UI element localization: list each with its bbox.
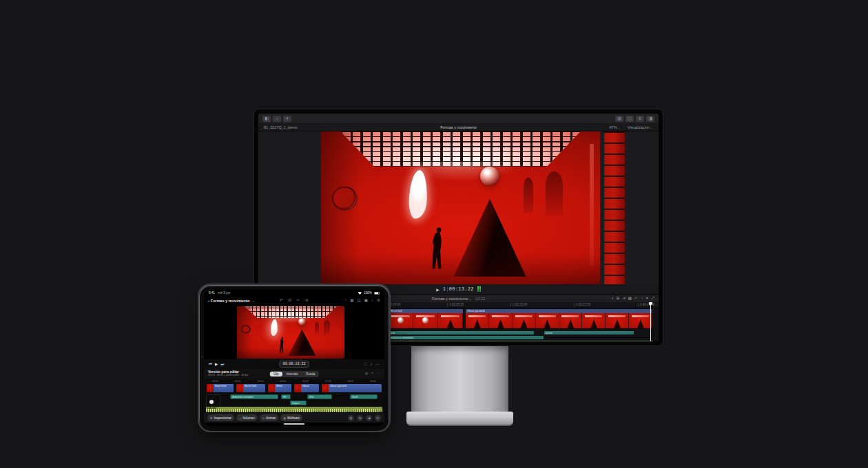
video-clip[interactable]: Metal — [267, 383, 292, 393]
browser-layout-icon[interactable]: ▥ — [615, 116, 623, 122]
mode-clip[interactable]: Clip — [270, 372, 282, 376]
play-icon[interactable]: ▶ — [436, 287, 440, 292]
prev-frame-icon[interactable]: ⏮ — [209, 362, 212, 367]
connected-clip-placeholder[interactable] — [206, 394, 220, 408]
timeline-tools: ⌖ ⊞ ⇥ ▦ ✂ ◔ ✦ ⤢ — [612, 296, 654, 301]
volume-button[interactable]: ◁Volumen — [236, 414, 258, 421]
effects-icon[interactable]: ✦ — [645, 296, 649, 301]
next-frame-icon[interactable]: ⏭ — [220, 362, 224, 367]
video-clip[interactable]: Glass pyramid — [465, 308, 653, 329]
fcp-infobar: 81_0017Q_1_demo Formas y movimiento 47%⌄… — [258, 123, 659, 131]
front-camera — [201, 356, 203, 358]
mode-wheel[interactable]: Rueda — [302, 372, 318, 376]
split-view-icon[interactable]: ◫ — [358, 298, 361, 303]
retime-icon[interactable]: ◔ — [641, 296, 643, 301]
fcp-viewer — [258, 131, 659, 284]
fullscreen-icon[interactable]: ⛶ — [364, 362, 367, 367]
zoom-fit-icon[interactable]: ⤢ — [652, 296, 654, 301]
video-clip[interactable]: Glass — [293, 383, 320, 393]
toolbar-right-group: ▥ ▢ ≡ ◨ — [615, 116, 654, 122]
ipad-status-bar: 9:41 mié 5 jun 100% — [204, 290, 384, 296]
viewer-zoom-menu[interactable]: 47%⌄ — [610, 125, 621, 129]
snap-magnet-icon[interactable]: ◎ — [365, 371, 368, 376]
audio-clip[interactable]: Swell — [350, 394, 378, 399]
video-clip[interactable]: Mirror ball — [236, 383, 266, 393]
loop-icon[interactable]: ↻ — [375, 415, 381, 421]
zoom-icon[interactable]: ⌕ — [371, 298, 373, 303]
audio-clip[interactable]: Ambience transition — [230, 394, 278, 399]
audio-clip[interactable]: Amb — [388, 331, 534, 334]
jog-wheel-icon[interactable]: ⌗ — [371, 371, 373, 376]
trash-icon[interactable]: 🗑 — [348, 415, 354, 421]
media-icon[interactable]: ▣ — [364, 298, 368, 303]
inspector-icon[interactable]: ◨ — [646, 116, 654, 122]
import-icon[interactable]: ↓ — [273, 116, 281, 122]
timer-icon[interactable]: ◔ — [344, 298, 347, 303]
settings-icon[interactable]: ⚙ — [377, 298, 380, 303]
duplicate-icon[interactable]: ⧉ — [357, 415, 363, 421]
music-clip[interactable] — [388, 341, 653, 341]
ipad-bottom-toolbar: ☰Inspeccionar ◁Volumen ✦Animar ▦Multicam… — [204, 413, 384, 423]
monitor-stand-base — [406, 412, 513, 426]
video-clip[interactable]: Glass pyramid — [321, 383, 382, 393]
append-icon[interactable]: ⇥ — [622, 296, 626, 301]
scene: ◧ ↓ ✦ ▥ ▢ ≡ ◨ 81_0017Q_1_demo Formas y m… — [0, 0, 868, 468]
ipad-viewer — [204, 305, 384, 359]
vignette — [237, 306, 344, 359]
mode-range[interactable]: Intervalo — [283, 372, 302, 376]
audio-meters[interactable] — [477, 286, 481, 292]
zoom-icon[interactable]: ⌕ — [370, 362, 372, 367]
tools-icon[interactable]: ✂ — [634, 296, 638, 301]
grid-icon: ▦ — [283, 416, 286, 420]
cut-icon[interactable]: ✂ — [297, 298, 300, 303]
audio-clip[interactable]: Ambience transition — [388, 336, 544, 339]
ruler-tick: 1:00:05:00 — [447, 303, 464, 306]
wand-icon: ✦ — [262, 416, 265, 420]
ruler-tick: 10:00 — [302, 380, 309, 383]
delete-icon[interactable]: ⊘ — [305, 298, 309, 303]
home-indicator[interactable] — [284, 423, 304, 425]
wifi-icon — [358, 292, 362, 295]
battery-icon — [374, 292, 380, 295]
timeline-project-menu[interactable]: Formas y movimiento⌄ — [432, 297, 472, 301]
index-icon[interactable]: ≡ — [636, 116, 644, 122]
music-clip[interactable]: Lab day — [206, 407, 382, 412]
timeline-duration: 13:22 — [475, 297, 485, 301]
undo-icon[interactable]: ↶ — [280, 298, 283, 303]
inspect-button[interactable]: ☰Inspeccionar — [207, 414, 234, 421]
viewer-layout-icon[interactable]: ▢ — [626, 116, 634, 122]
more-icon[interactable]: ⋯ — [377, 371, 380, 376]
ruler-tick: 02:00 — [212, 380, 218, 383]
ipad-playback-row: ⏮ ▶ ⏭ 00:00:13:22 ⛶ ⌕ ⋯ — [204, 359, 384, 369]
mute-icon[interactable]: ◀ — [366, 415, 372, 421]
play-icon[interactable]: ▶ — [215, 362, 218, 367]
insert-icon[interactable]: ⊞ — [617, 296, 620, 301]
ipad-timecode: 00:00:13:22 — [279, 361, 309, 368]
overwrite-icon[interactable]: ▦ — [628, 296, 632, 301]
multicam-button[interactable]: ▦Multicam — [280, 414, 302, 421]
browser-filmstrip[interactable] — [604, 131, 625, 284]
ipad-viewer-video — [237, 306, 344, 359]
viewer-view-menu[interactable]: Visualización⌄ — [628, 125, 653, 129]
more-icon[interactable]: ⋯ — [376, 362, 380, 367]
sidebar-icon[interactable]: ◧ — [262, 116, 271, 122]
clip-thumbnail — [294, 384, 301, 392]
animate-button[interactable]: ✦Animar — [260, 414, 279, 421]
ruler-tick: 1:00:10:00 — [510, 303, 527, 306]
playhead[interactable] — [650, 302, 651, 341]
nav-right-icons: ◔ ▦ ◫ ▣ ⌕ ⚙ — [344, 298, 380, 303]
copy-icon[interactable]: ⧉ — [289, 298, 291, 303]
video-clip[interactable]: Red room — [206, 383, 234, 393]
keywords-icon[interactable]: ✦ — [283, 116, 291, 122]
speaker-icon: ◁ — [239, 416, 241, 420]
audio-clip[interactable]: Impact — [290, 401, 307, 405]
viewer-timecode: 1:00:13:22 — [443, 286, 474, 292]
viewer-video — [321, 131, 600, 284]
video-clip[interactable]: Mirror ball — [388, 308, 464, 329]
status-time: 9:41 — [209, 291, 215, 295]
audio-clip[interactable]: Rise — [307, 394, 332, 399]
connect-icon[interactable]: ⌖ — [612, 296, 614, 301]
audio-clip[interactable]: piano — [544, 331, 634, 334]
audio-clip[interactable]: Hit — [281, 394, 291, 399]
grid-icon[interactable]: ▦ — [350, 298, 353, 303]
